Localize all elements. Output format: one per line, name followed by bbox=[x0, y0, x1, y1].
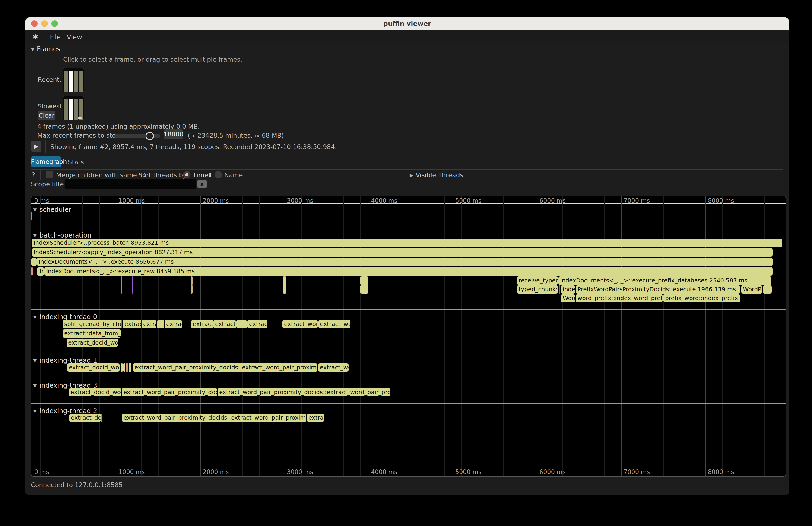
scope-bar[interactable]: prefix_word::index_prefix_wo bbox=[664, 294, 740, 302]
scope-bar[interactable] bbox=[31, 267, 33, 276]
scope-bar[interactable] bbox=[283, 276, 286, 285]
scope-filter-label: Scope filter: bbox=[31, 180, 68, 188]
scope-bar[interactable]: extract_word bbox=[282, 320, 318, 328]
scope-bar[interactable]: extract_ bbox=[214, 320, 236, 328]
scope-bar[interactable]: typed_chunk::w bbox=[517, 285, 558, 294]
clear-button[interactable]: Clear bbox=[38, 111, 55, 120]
max-frames-value[interactable]: 18000 bbox=[164, 129, 183, 140]
scope-bar[interactable]: extract_wor bbox=[318, 320, 350, 328]
axis-tick-label: 6000 ms bbox=[539, 197, 566, 204]
scope-bar[interactable] bbox=[132, 285, 133, 294]
scope-bar[interactable]: extract bbox=[123, 320, 141, 328]
scope-bar[interactable]: extract_word_pair_proximity_docids::extr… bbox=[133, 363, 318, 372]
scope-bar[interactable]: extract_word_pair_proximity_docids::extr… bbox=[122, 414, 306, 422]
slowest-frames-thumbnail[interactable] bbox=[62, 96, 84, 120]
frames-section-header[interactable]: ▼Frames bbox=[31, 45, 60, 53]
scope-bar[interactable]: IndexDocuments<_, _>::execute_prefix_dat… bbox=[559, 276, 771, 285]
sort-name-label[interactable]: Name bbox=[224, 172, 243, 179]
sort-name-radio[interactable] bbox=[215, 171, 222, 178]
scope-bar[interactable]: extract_word_pair_proximity_docids bbox=[122, 388, 217, 396]
gridline bbox=[562, 196, 563, 476]
indent-guide bbox=[37, 56, 37, 153]
radio-dot bbox=[185, 173, 188, 176]
scope-bar[interactable]: extract::data_from_ob bbox=[62, 329, 121, 338]
scope-bar[interactable]: extract_doc bbox=[69, 414, 101, 422]
title-bar: puffin viewer bbox=[26, 17, 789, 30]
scope-bar[interactable]: IndexDocuments<_, _>::execute 8656.677 m… bbox=[37, 258, 773, 266]
merge-children-checkbox[interactable] bbox=[46, 171, 53, 178]
scope-bar[interactable] bbox=[31, 212, 32, 220]
thread-section-divider bbox=[31, 353, 786, 353]
slider-knob[interactable] bbox=[146, 132, 154, 140]
scope-bar[interactable]: Word bbox=[561, 294, 575, 302]
scope-bar[interactable]: extract_docid_word bbox=[69, 388, 121, 396]
scope-bar[interactable]: PrefixWordPairsProximityDocids::execute … bbox=[576, 285, 740, 294]
thread-header-scheduler[interactable]: ▼scheduler bbox=[33, 206, 71, 214]
scope-bar[interactable]: word_prefix::index_word_prefix_ bbox=[576, 294, 663, 302]
scope-bar[interactable] bbox=[191, 285, 192, 294]
scope-bar[interactable]: receive_typed_ bbox=[517, 276, 558, 285]
scope-bar[interactable] bbox=[763, 285, 772, 294]
scope-bar[interactable]: extrac bbox=[307, 414, 324, 422]
scope-filter-input[interactable] bbox=[64, 179, 197, 189]
scope-bar[interactable] bbox=[236, 320, 247, 328]
clear-filter-button[interactable]: x bbox=[198, 179, 207, 188]
scope-bar[interactable] bbox=[121, 363, 123, 372]
menu-file[interactable]: File bbox=[50, 33, 61, 41]
scope-bar[interactable] bbox=[121, 276, 122, 285]
scope-bar[interactable] bbox=[101, 414, 102, 422]
scope-bar[interactable] bbox=[360, 285, 368, 294]
scope-bar[interactable] bbox=[121, 285, 122, 294]
help-button[interactable]: ? bbox=[31, 171, 35, 179]
play-button[interactable]: ▶ bbox=[31, 141, 42, 151]
selected-frame-bar bbox=[69, 71, 73, 92]
tab-stats[interactable]: Stats bbox=[68, 159, 84, 166]
scope-bar[interactable] bbox=[129, 363, 131, 372]
gridline bbox=[528, 196, 529, 476]
scope-bar[interactable]: extract_wo bbox=[318, 363, 349, 372]
scope-bar[interactable] bbox=[157, 320, 164, 328]
scope-bar[interactable] bbox=[559, 285, 560, 294]
gridline bbox=[166, 196, 167, 476]
scope-bar[interactable] bbox=[31, 258, 37, 266]
merge-children-label: Merge children with same ID bbox=[56, 172, 146, 179]
sort-direction-icon[interactable]: ⬇ bbox=[208, 172, 213, 179]
flamegraph-canvas[interactable]: 0 ms0 ms1000 ms1000 ms2000 ms2000 ms3000… bbox=[31, 196, 786, 477]
menu-view[interactable]: View bbox=[67, 33, 82, 41]
scope-bar[interactable] bbox=[360, 276, 368, 285]
scope-bar[interactable]: split_grenad_by_chun bbox=[62, 320, 121, 328]
scope-bar[interactable]: extract_ bbox=[191, 320, 213, 328]
scope-bar[interactable] bbox=[121, 320, 122, 328]
thread-header-batch-operation[interactable]: ▼batch-operation bbox=[33, 232, 91, 239]
scope-bar[interactable] bbox=[191, 276, 192, 285]
menu-divider bbox=[44, 31, 44, 43]
scope-bar[interactable]: IndexDocuments<_, _>::execute_raw 8459.1… bbox=[44, 267, 773, 276]
frame-bar-tip bbox=[78, 117, 82, 119]
thread-header-indexing-thread:0[interactable]: ▼indexing-thread:0 bbox=[33, 313, 97, 321]
scope-bar[interactable]: extrac bbox=[164, 320, 182, 328]
scope-bar[interactable] bbox=[132, 276, 133, 285]
sort-time-label[interactable]: Time bbox=[193, 172, 208, 179]
max-frames-label: Max recent frames to store: bbox=[37, 132, 124, 139]
axis-tick-label: 5000 ms bbox=[455, 469, 481, 476]
scope-bar[interactable]: WordPr bbox=[741, 285, 762, 294]
scope-bar[interactable]: extra bbox=[142, 320, 156, 328]
gridline bbox=[411, 196, 411, 476]
scope-bar[interactable]: Trans bbox=[37, 267, 44, 276]
scope-bar[interactable] bbox=[123, 363, 125, 372]
scope-bar[interactable] bbox=[126, 363, 128, 372]
scope-bar[interactable]: extract_docid_word bbox=[67, 363, 119, 372]
scope-bar[interactable] bbox=[283, 285, 286, 294]
showing-frame-text: Showing frame #2, 8957.4 ms, 7 threads, … bbox=[50, 143, 337, 150]
scope-bar[interactable]: IndexScheduler>::process_batch 8953.821 … bbox=[32, 239, 782, 247]
scope-bar[interactable]: index bbox=[561, 285, 575, 294]
theme-toggle-icon[interactable]: ✱ bbox=[32, 33, 38, 41]
scope-bar[interactable]: IndexScheduler>::apply_index_operation 8… bbox=[32, 248, 773, 257]
scope-bar[interactable]: extract bbox=[247, 320, 267, 328]
scope-bar[interactable]: extract_docid_word bbox=[67, 338, 118, 347]
scope-bar[interactable]: extract_word_pair_proximity_docids::extr… bbox=[218, 388, 390, 396]
tab-flamegraph[interactable]: Flamegraph bbox=[31, 157, 61, 167]
sort-time-radio[interactable] bbox=[183, 171, 190, 178]
visible-threads-header[interactable]: ▶Visible Threads bbox=[410, 172, 463, 179]
recent-frames-thumbnail[interactable] bbox=[62, 68, 84, 92]
